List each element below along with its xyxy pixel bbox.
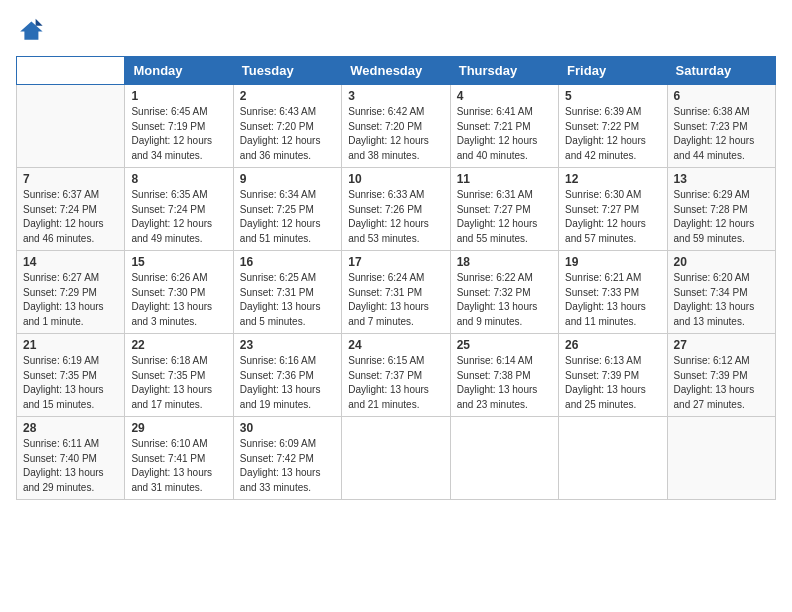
calendar-cell: 22Sunrise: 6:18 AMSunset: 7:35 PMDayligh… [125, 334, 233, 417]
day-info: Sunrise: 6:45 AMSunset: 7:19 PMDaylight:… [131, 105, 226, 163]
day-info: Sunrise: 6:43 AMSunset: 7:20 PMDaylight:… [240, 105, 335, 163]
calendar-cell: 25Sunrise: 6:14 AMSunset: 7:38 PMDayligh… [450, 334, 558, 417]
calendar-cell: 4Sunrise: 6:41 AMSunset: 7:21 PMDaylight… [450, 85, 558, 168]
calendar-table: SundayMondayTuesdayWednesdayThursdayFrid… [16, 56, 776, 500]
day-number: 17 [348, 255, 443, 269]
day-number: 9 [240, 172, 335, 186]
day-number: 12 [565, 172, 660, 186]
calendar-cell: 15Sunrise: 6:26 AMSunset: 7:30 PMDayligh… [125, 251, 233, 334]
calendar-cell [450, 417, 558, 500]
logo [16, 16, 48, 44]
calendar-cell: 3Sunrise: 6:42 AMSunset: 7:20 PMDaylight… [342, 85, 450, 168]
calendar-cell: 21Sunrise: 6:19 AMSunset: 7:35 PMDayligh… [17, 334, 125, 417]
day-number: 19 [565, 255, 660, 269]
calendar-cell: 10Sunrise: 6:33 AMSunset: 7:26 PMDayligh… [342, 168, 450, 251]
calendar-week-row: 1Sunrise: 6:45 AMSunset: 7:19 PMDaylight… [17, 85, 776, 168]
page-header [16, 16, 776, 44]
calendar-cell [342, 417, 450, 500]
header-wednesday: Wednesday [342, 57, 450, 85]
day-info: Sunrise: 6:14 AMSunset: 7:38 PMDaylight:… [457, 354, 552, 412]
svg-marker-1 [36, 19, 43, 26]
day-info: Sunrise: 6:34 AMSunset: 7:25 PMDaylight:… [240, 188, 335, 246]
day-info: Sunrise: 6:38 AMSunset: 7:23 PMDaylight:… [674, 105, 769, 163]
header-monday: Monday [125, 57, 233, 85]
calendar-cell [667, 417, 775, 500]
day-number: 8 [131, 172, 226, 186]
calendar-cell: 19Sunrise: 6:21 AMSunset: 7:33 PMDayligh… [559, 251, 667, 334]
day-number: 13 [674, 172, 769, 186]
day-info: Sunrise: 6:11 AMSunset: 7:40 PMDaylight:… [23, 437, 118, 495]
calendar-cell: 23Sunrise: 6:16 AMSunset: 7:36 PMDayligh… [233, 334, 341, 417]
calendar-cell: 9Sunrise: 6:34 AMSunset: 7:25 PMDaylight… [233, 168, 341, 251]
day-number: 11 [457, 172, 552, 186]
day-number: 4 [457, 89, 552, 103]
day-info: Sunrise: 6:26 AMSunset: 7:30 PMDaylight:… [131, 271, 226, 329]
day-number: 27 [674, 338, 769, 352]
day-number: 3 [348, 89, 443, 103]
calendar-cell: 20Sunrise: 6:20 AMSunset: 7:34 PMDayligh… [667, 251, 775, 334]
day-info: Sunrise: 6:10 AMSunset: 7:41 PMDaylight:… [131, 437, 226, 495]
calendar-cell: 11Sunrise: 6:31 AMSunset: 7:27 PMDayligh… [450, 168, 558, 251]
calendar-cell: 24Sunrise: 6:15 AMSunset: 7:37 PMDayligh… [342, 334, 450, 417]
day-info: Sunrise: 6:09 AMSunset: 7:42 PMDaylight:… [240, 437, 335, 495]
day-info: Sunrise: 6:42 AMSunset: 7:20 PMDaylight:… [348, 105, 443, 163]
day-number: 30 [240, 421, 335, 435]
calendar-cell: 18Sunrise: 6:22 AMSunset: 7:32 PMDayligh… [450, 251, 558, 334]
day-number: 7 [23, 172, 118, 186]
day-info: Sunrise: 6:31 AMSunset: 7:27 PMDaylight:… [457, 188, 552, 246]
day-number: 16 [240, 255, 335, 269]
day-number: 6 [674, 89, 769, 103]
day-info: Sunrise: 6:25 AMSunset: 7:31 PMDaylight:… [240, 271, 335, 329]
day-info: Sunrise: 6:21 AMSunset: 7:33 PMDaylight:… [565, 271, 660, 329]
day-info: Sunrise: 6:12 AMSunset: 7:39 PMDaylight:… [674, 354, 769, 412]
header-thursday: Thursday [450, 57, 558, 85]
calendar-cell [559, 417, 667, 500]
day-info: Sunrise: 6:20 AMSunset: 7:34 PMDaylight:… [674, 271, 769, 329]
day-number: 21 [23, 338, 118, 352]
calendar-cell: 2Sunrise: 6:43 AMSunset: 7:20 PMDaylight… [233, 85, 341, 168]
calendar-cell: 13Sunrise: 6:29 AMSunset: 7:28 PMDayligh… [667, 168, 775, 251]
calendar-cell: 7Sunrise: 6:37 AMSunset: 7:24 PMDaylight… [17, 168, 125, 251]
day-number: 18 [457, 255, 552, 269]
day-number: 29 [131, 421, 226, 435]
day-number: 15 [131, 255, 226, 269]
header-sunday: Sunday [17, 57, 125, 85]
calendar-week-row: 14Sunrise: 6:27 AMSunset: 7:29 PMDayligh… [17, 251, 776, 334]
calendar-header-row: SundayMondayTuesdayWednesdayThursdayFrid… [17, 57, 776, 85]
calendar-week-row: 21Sunrise: 6:19 AMSunset: 7:35 PMDayligh… [17, 334, 776, 417]
day-info: Sunrise: 6:19 AMSunset: 7:35 PMDaylight:… [23, 354, 118, 412]
day-info: Sunrise: 6:29 AMSunset: 7:28 PMDaylight:… [674, 188, 769, 246]
day-info: Sunrise: 6:27 AMSunset: 7:29 PMDaylight:… [23, 271, 118, 329]
calendar-week-row: 7Sunrise: 6:37 AMSunset: 7:24 PMDaylight… [17, 168, 776, 251]
day-number: 22 [131, 338, 226, 352]
day-info: Sunrise: 6:15 AMSunset: 7:37 PMDaylight:… [348, 354, 443, 412]
header-saturday: Saturday [667, 57, 775, 85]
calendar-cell: 27Sunrise: 6:12 AMSunset: 7:39 PMDayligh… [667, 334, 775, 417]
header-friday: Friday [559, 57, 667, 85]
calendar-cell: 28Sunrise: 6:11 AMSunset: 7:40 PMDayligh… [17, 417, 125, 500]
day-number: 2 [240, 89, 335, 103]
calendar-cell: 30Sunrise: 6:09 AMSunset: 7:42 PMDayligh… [233, 417, 341, 500]
day-info: Sunrise: 6:16 AMSunset: 7:36 PMDaylight:… [240, 354, 335, 412]
day-number: 28 [23, 421, 118, 435]
logo-icon [16, 16, 44, 44]
calendar-cell [17, 85, 125, 168]
day-info: Sunrise: 6:30 AMSunset: 7:27 PMDaylight:… [565, 188, 660, 246]
calendar-week-row: 28Sunrise: 6:11 AMSunset: 7:40 PMDayligh… [17, 417, 776, 500]
day-info: Sunrise: 6:39 AMSunset: 7:22 PMDaylight:… [565, 105, 660, 163]
day-number: 23 [240, 338, 335, 352]
day-number: 20 [674, 255, 769, 269]
day-info: Sunrise: 6:13 AMSunset: 7:39 PMDaylight:… [565, 354, 660, 412]
day-number: 1 [131, 89, 226, 103]
day-info: Sunrise: 6:22 AMSunset: 7:32 PMDaylight:… [457, 271, 552, 329]
calendar-cell: 6Sunrise: 6:38 AMSunset: 7:23 PMDaylight… [667, 85, 775, 168]
day-info: Sunrise: 6:41 AMSunset: 7:21 PMDaylight:… [457, 105, 552, 163]
calendar-cell: 17Sunrise: 6:24 AMSunset: 7:31 PMDayligh… [342, 251, 450, 334]
day-number: 24 [348, 338, 443, 352]
day-info: Sunrise: 6:35 AMSunset: 7:24 PMDaylight:… [131, 188, 226, 246]
calendar-cell: 26Sunrise: 6:13 AMSunset: 7:39 PMDayligh… [559, 334, 667, 417]
day-info: Sunrise: 6:18 AMSunset: 7:35 PMDaylight:… [131, 354, 226, 412]
day-number: 14 [23, 255, 118, 269]
day-info: Sunrise: 6:24 AMSunset: 7:31 PMDaylight:… [348, 271, 443, 329]
day-number: 25 [457, 338, 552, 352]
